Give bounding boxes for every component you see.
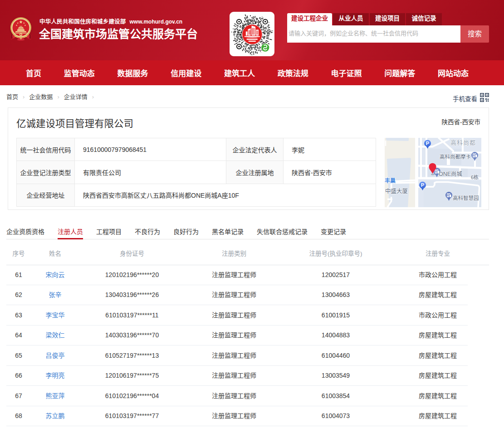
- svg-text:P: P: [426, 141, 429, 146]
- svg-text:P: P: [421, 182, 424, 188]
